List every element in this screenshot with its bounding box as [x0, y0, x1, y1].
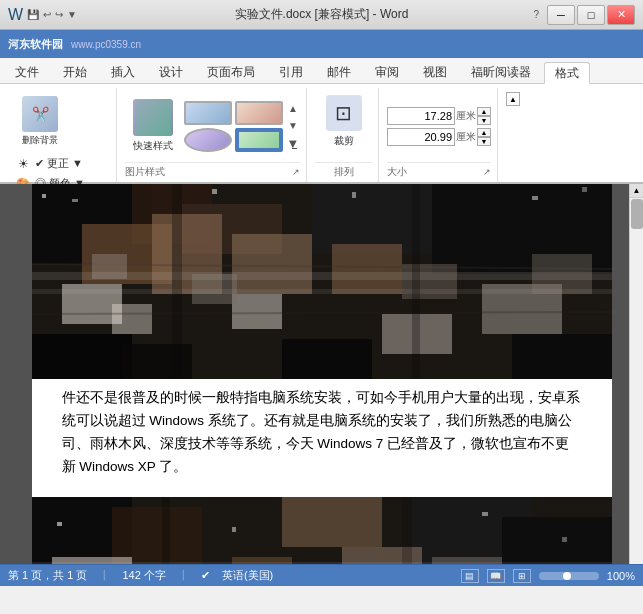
document-image-bottom[interactable]	[32, 497, 612, 564]
close-button[interactable]: ✕	[607, 5, 635, 25]
svg-rect-34	[172, 184, 182, 379]
svg-rect-19	[512, 334, 612, 379]
style-thumb-4[interactable]	[235, 128, 283, 152]
picture-styles-group: 快速样式 ▲ ▼ ▼̲ 图片样式 ↗	[119, 88, 307, 182]
height-input[interactable]	[387, 107, 455, 125]
remove-bg-button[interactable]: ✂️ 删除背景	[10, 90, 70, 152]
quick-styles-label: 快速样式	[133, 139, 173, 153]
style-scroll-up[interactable]: ▲	[288, 103, 298, 114]
tab-foxit[interactable]: 福昕阅读器	[460, 61, 542, 83]
word-icon: W	[8, 6, 23, 24]
tab-insert[interactable]: 插入	[100, 61, 146, 83]
image-bottom-svg	[32, 497, 612, 564]
zoom-thumb[interactable]	[563, 572, 571, 580]
crop-button[interactable]: ⊡ 裁剪	[318, 90, 370, 152]
minimize-button[interactable]: ─	[547, 5, 575, 25]
tab-view[interactable]: 视图	[412, 61, 458, 83]
width-unit: 厘米	[456, 130, 476, 144]
document-scrollbar[interactable]: ▲	[629, 184, 643, 564]
size-group: 厘米 ▲ ▼ 厘米 ▲ ▼ 大小	[381, 88, 498, 182]
svg-rect-10	[332, 244, 402, 294]
width-spin-up[interactable]: ▲	[477, 128, 491, 137]
document-paragraph: 件还不是很普及的时候一般特指电脑系统安装，可如今手机用户大量的出现，安卓系统可以…	[62, 390, 580, 474]
restore-button[interactable]: □	[577, 5, 605, 25]
svg-rect-33	[32, 289, 612, 294]
tab-start[interactable]: 开始	[52, 61, 98, 83]
collapse-ribbon-button[interactable]: ▲	[506, 92, 520, 106]
svg-rect-53	[402, 497, 412, 564]
document-title: 实验文件.docx [兼容模式] - Word	[235, 6, 409, 23]
proofing-icon: ✔	[201, 569, 210, 582]
picture-styles-dialog-launcher[interactable]: ↗	[292, 167, 300, 177]
style-thumb-3[interactable]	[235, 101, 283, 125]
svg-rect-12	[112, 304, 152, 334]
remove-bg-icon: ✂️	[22, 96, 58, 132]
svg-rect-5	[312, 184, 442, 254]
status-sep-2: 丨	[178, 568, 189, 583]
quick-access-undo[interactable]: ↩	[43, 9, 51, 20]
svg-rect-18	[282, 339, 372, 379]
height-spin-down[interactable]: ▼	[477, 116, 491, 125]
tab-references[interactable]: 引用	[268, 61, 314, 83]
size-group-label: 大小 ↗	[387, 162, 491, 182]
view-read-btn[interactable]: 📖	[487, 569, 505, 583]
site-logo: 河东软件园	[8, 37, 63, 52]
zoom-level: 100%	[607, 570, 635, 582]
quick-access-redo[interactable]: ↪	[55, 9, 63, 20]
quick-styles-button[interactable]: 快速样式	[125, 95, 181, 157]
height-spin-up[interactable]: ▲	[477, 107, 491, 116]
style-thumb-2[interactable]	[184, 128, 232, 152]
style-scroll-more[interactable]: ▼̲	[289, 138, 297, 149]
svg-rect-55	[57, 522, 62, 526]
scrollbar-thumb[interactable]	[631, 199, 643, 229]
tab-layout[interactable]: 页面布局	[196, 61, 266, 83]
scrollbar-up-button[interactable]: ▲	[630, 184, 643, 198]
title-bar: W 💾 ↩ ↪ ▼ 实验文件.docx [兼容模式] - Word ? ─ □ …	[0, 0, 643, 30]
picture-styles-label: 图片样式 ↗	[125, 162, 300, 182]
height-field-group: 厘米 ▲ ▼	[387, 107, 491, 125]
collapse-ribbon-group: ▲	[500, 88, 530, 182]
quick-access-dropdown[interactable]: ▼	[67, 9, 77, 20]
image-svg	[32, 184, 612, 379]
arrange-group: ⊡ 裁剪 排列	[309, 88, 379, 182]
svg-rect-26	[532, 196, 538, 200]
svg-rect-22	[42, 194, 46, 198]
svg-rect-24	[212, 189, 217, 194]
correction-button[interactable]: ☀ ✔ 更正 ▼	[10, 154, 110, 173]
width-spin-down[interactable]: ▼	[477, 137, 491, 146]
document-text-content: 件还不是很普及的时候一般特指电脑系统安装，可如今手机用户大量的出现，安卓系统可以…	[32, 379, 612, 487]
view-print-btn[interactable]: ▤	[461, 569, 479, 583]
tab-mailings[interactable]: 邮件	[316, 61, 362, 83]
svg-rect-39	[112, 507, 202, 564]
svg-rect-54	[32, 562, 612, 564]
title-bar-left: W 💾 ↩ ↪ ▼	[8, 6, 77, 24]
svg-rect-58	[562, 537, 567, 542]
tab-format[interactable]: 格式	[544, 62, 590, 84]
size-dialog-launcher[interactable]: ↗	[483, 167, 491, 177]
width-field-group: 厘米 ▲ ▼	[387, 128, 491, 146]
tab-review[interactable]: 审阅	[364, 61, 410, 83]
width-input[interactable]	[387, 128, 455, 146]
svg-rect-27	[582, 187, 587, 192]
svg-rect-35	[412, 184, 420, 379]
svg-rect-25	[352, 192, 356, 198]
svg-rect-16	[32, 334, 132, 379]
arrange-group-label: 排列	[315, 162, 372, 182]
document-image[interactable]	[32, 184, 612, 379]
correction-icon: ☀	[15, 156, 31, 172]
style-thumb-col1	[184, 101, 232, 152]
style-thumb-1[interactable]	[184, 101, 232, 125]
help-button[interactable]: ?	[533, 9, 539, 20]
tab-design[interactable]: 设计	[148, 61, 194, 83]
tab-file[interactable]: 文件	[4, 61, 50, 83]
zoom-slider[interactable]	[539, 572, 599, 580]
style-scroll-down[interactable]: ▼	[288, 120, 298, 131]
svg-rect-40	[282, 497, 382, 547]
width-spinner: ▲ ▼	[477, 128, 491, 146]
language: 英语(美国)	[222, 568, 273, 583]
svg-rect-23	[72, 199, 78, 202]
view-web-btn[interactable]: ⊞	[513, 569, 531, 583]
quick-access-save[interactable]: 💾	[27, 9, 39, 20]
height-input-row: 厘米 ▲ ▼	[387, 107, 491, 125]
svg-rect-52	[162, 497, 170, 564]
